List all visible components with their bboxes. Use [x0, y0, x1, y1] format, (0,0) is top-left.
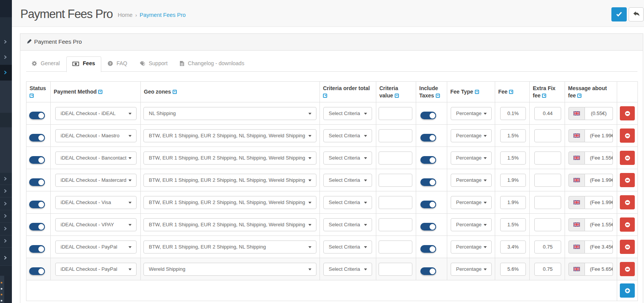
- svg-text:?: ?: [109, 62, 111, 66]
